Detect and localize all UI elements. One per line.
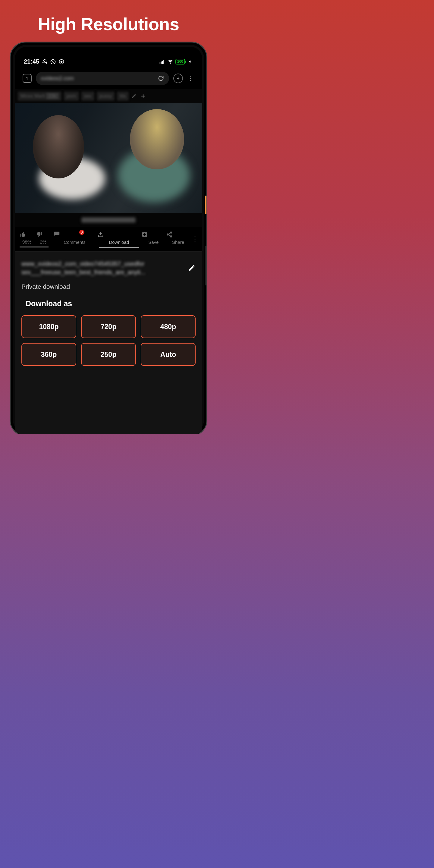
resolution-360p-button[interactable]: 360p	[22, 343, 76, 366]
url-bar[interactable]: xvideos2.com	[36, 72, 169, 85]
svg-rect-5	[162, 61, 163, 64]
reload-icon[interactable]	[158, 75, 164, 82]
download-as-heading: Download as	[26, 299, 195, 308]
svg-rect-3	[160, 62, 161, 64]
comments-button[interactable]: 0 Comments	[53, 231, 96, 247]
resolution-720p-button[interactable]: 720p	[81, 315, 136, 338]
svg-point-7	[170, 63, 170, 64]
signal-icon	[159, 59, 165, 65]
dislike-percent: 2%	[40, 239, 46, 244]
tag-chip[interactable]: tits	[117, 92, 128, 101]
page-headline: High Resolutions	[0, 0, 217, 34]
dnd-icon	[50, 59, 56, 65]
resolution-grid: 1080p 720p 480p 360p 250p Auto	[22, 315, 195, 366]
overflow-menu-button[interactable]: ⋮	[187, 74, 194, 82]
svg-point-2	[61, 61, 62, 62]
share-icon	[166, 231, 190, 238]
video-player[interactable]	[15, 103, 202, 213]
svg-rect-6	[163, 60, 164, 64]
download-icon	[97, 231, 141, 238]
charging-icon	[187, 59, 193, 65]
edit-tags-icon[interactable]	[131, 93, 138, 99]
add-tag-icon[interactable]	[140, 93, 147, 99]
like-percent: 98%	[22, 239, 31, 244]
share-button[interactable]: Share	[166, 231, 190, 247]
tag-chip[interactable]: sex	[82, 92, 94, 101]
tags-row: Minxx Marli23k porn sex pussy tits	[15, 89, 202, 103]
save-button[interactable]: Save	[141, 231, 165, 247]
video-actions: 98% 2% 0 Comments	[15, 227, 202, 250]
edit-filename-icon[interactable]	[188, 264, 195, 272]
thumbs-down-icon	[36, 231, 50, 238]
circle-icon	[59, 59, 64, 65]
side-button-accent	[205, 195, 207, 214]
tab-count-button[interactable]: 1	[23, 74, 32, 83]
like-button[interactable]: 98%	[20, 231, 34, 246]
video-caption	[15, 213, 202, 227]
private-download-label: Private download	[22, 283, 195, 290]
side-button-volume	[205, 246, 207, 285]
dislike-button[interactable]: 2%	[36, 231, 50, 246]
mute-icon	[41, 59, 48, 65]
thumbs-up-icon	[20, 231, 34, 238]
browser-toolbar: 1 xvideos2.com ⋮	[15, 65, 202, 89]
tag-chip[interactable]: pussy	[97, 92, 115, 101]
wifi-icon	[167, 59, 173, 65]
download-panel: www_xvideos2_com_video74545357_usedfor s…	[15, 252, 202, 434]
resolution-250p-button[interactable]: 250p	[81, 343, 136, 366]
save-icon	[141, 231, 165, 238]
comments-badge: 0	[79, 230, 84, 235]
battery-indicator: 100	[176, 59, 185, 64]
download-button[interactable]: Download	[97, 231, 141, 247]
resolution-1080p-button[interactable]: 1080p	[22, 315, 76, 338]
downloads-button[interactable]	[173, 73, 183, 83]
download-filename: www_xvideos2_com_video74545357_usedfor s…	[22, 259, 183, 276]
status-bar: 21:45 100	[15, 47, 202, 65]
actions-overflow-button[interactable]: ⋮	[191, 235, 199, 243]
resolution-auto-button[interactable]: Auto	[141, 343, 195, 366]
svg-rect-4	[161, 61, 162, 64]
tag-chip[interactable]: Minxx Marli23k	[18, 92, 61, 101]
status-time: 21:45	[24, 58, 39, 65]
resolution-480p-button[interactable]: 480p	[141, 315, 195, 338]
phone-screen: 21:45 100	[15, 47, 202, 434]
url-text: xvideos2.com	[41, 75, 74, 82]
tag-chip[interactable]: porn	[64, 92, 79, 101]
comments-icon	[53, 231, 96, 238]
phone-frame: 21:45 100	[10, 41, 207, 434]
